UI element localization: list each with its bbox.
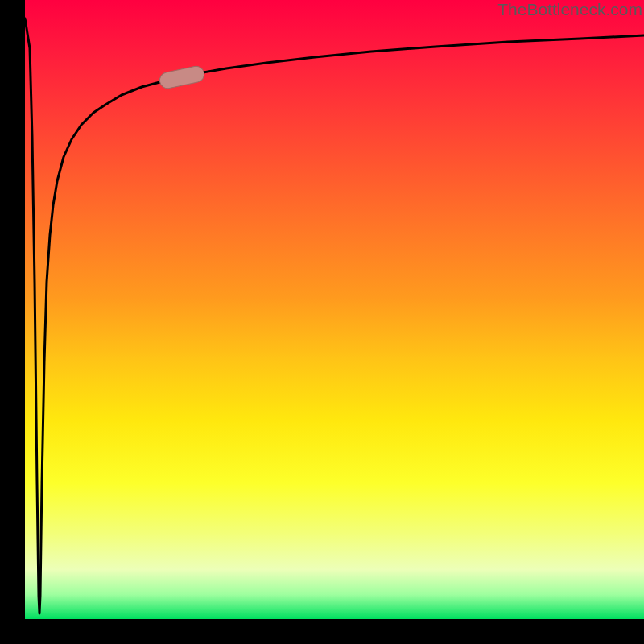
chart-stage: TheBottleneck.com xyxy=(0,0,644,644)
gradient-plot-area xyxy=(25,0,644,619)
watermark-text: TheBottleneck.com xyxy=(497,0,642,19)
